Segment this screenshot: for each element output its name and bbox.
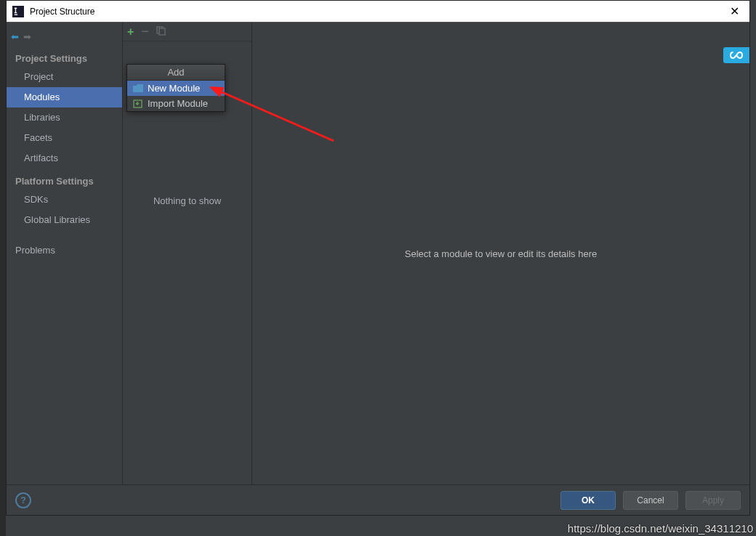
sidebar: ⬅ ➡ Project Settings Project Modules Lib…: [7, 23, 123, 484]
intellij-icon: [12, 6, 24, 17]
popup-item-import-module[interactable]: Import Module: [127, 96, 225, 111]
svg-rect-6: [159, 28, 165, 35]
popup-header: Add: [127, 65, 225, 81]
platform-settings-header: Platform Settings: [7, 168, 122, 190]
titlebar: Project Structure ✕: [7, 1, 749, 23]
sidebar-item-libraries[interactable]: Libraries: [7, 107, 122, 128]
svg-rect-3: [15, 12, 17, 12]
copy-icon: [156, 26, 166, 38]
detail-panel: Select a module to view or edit its deta…: [252, 23, 749, 484]
detail-placeholder: Select a module to view or edit its deta…: [405, 248, 597, 259]
sidebar-item-problems[interactable]: Problems: [7, 240, 122, 261]
corner-badge[interactable]: [723, 47, 749, 63]
close-button[interactable]: ✕: [725, 4, 744, 18]
cancel-button[interactable]: Cancel: [623, 491, 678, 510]
add-popup-menu: Add New Module Import Module: [126, 64, 225, 112]
svg-rect-4: [15, 14, 17, 15]
ok-button[interactable]: OK: [560, 491, 616, 510]
sidebar-item-sdks[interactable]: SDKs: [7, 190, 122, 210]
sidebar-item-global-libraries[interactable]: Global Libraries: [7, 210, 122, 230]
folder-icon: [133, 84, 143, 93]
dialog-body: ⬅ ➡ Project Settings Project Modules Lib…: [7, 23, 749, 484]
watermark: https://blog.csdn.net/weixin_34311210: [568, 522, 753, 535]
popup-item-new-module[interactable]: New Module: [127, 81, 225, 96]
remove-icon: −: [141, 24, 149, 39]
sidebar-item-modules[interactable]: Modules: [7, 87, 122, 107]
import-icon: [133, 100, 143, 108]
project-settings-header: Project Settings: [7, 46, 122, 67]
back-arrow-icon[interactable]: ⬅: [11, 31, 19, 42]
popup-item-label: New Module: [148, 83, 200, 94]
sidebar-item-project[interactable]: Project: [7, 67, 122, 87]
footer: ? OK Cancel Apply: [7, 484, 749, 515]
help-button[interactable]: ?: [15, 492, 31, 508]
left-window-edge: [0, 0, 6, 536]
window-title: Project Structure: [30, 7, 94, 17]
sidebar-item-artifacts[interactable]: Artifacts: [7, 148, 122, 168]
project-structure-dialog: Project Structure ✕ ⬅ ➡ Project Settings…: [6, 0, 750, 516]
module-toolbar: + −: [123, 23, 252, 41]
apply-button[interactable]: Apply: [685, 491, 741, 510]
forward-arrow-icon[interactable]: ➡: [23, 31, 31, 42]
infinity-icon: [730, 50, 743, 60]
svg-rect-2: [15, 7, 16, 12]
popup-item-label: Import Module: [148, 98, 208, 109]
add-icon[interactable]: +: [127, 25, 134, 38]
sidebar-item-facets[interactable]: Facets: [7, 128, 122, 148]
nav-toolbar: ⬅ ➡: [7, 27, 122, 46]
